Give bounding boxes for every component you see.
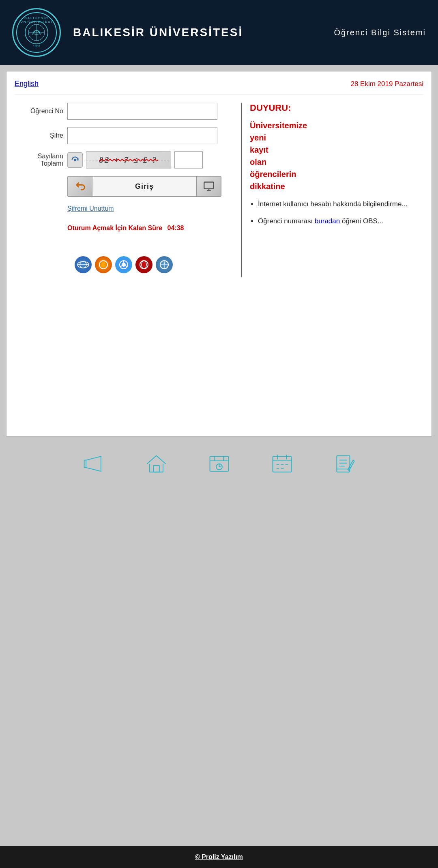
announcement-item-2: Öğrenci numarası buradan öğreni OBS... (258, 216, 423, 227)
captcha-label: Sayıların Toplamı (15, 153, 63, 167)
svg-point-5 (74, 159, 76, 161)
password-label: Şifre (15, 132, 63, 139)
header: BALIKESİR ÜNİVERSİTESİ 1992 BALIKESİR ÜN… (0, 0, 438, 65)
session-timer: Oturum Açmak İçin Kalan Süre 04:38 (67, 225, 233, 232)
university-logo: BALIKESİR ÜNİVERSİTESİ 1992 (12, 8, 61, 57)
logo-year: 1992 (33, 44, 40, 48)
ie-browser-icon (75, 256, 92, 273)
announcement-section: DUYURU: Üniversitemizeyenikayıtolanöğren… (242, 103, 423, 277)
svg-point-19 (142, 261, 146, 269)
svg-rect-28 (153, 466, 159, 472)
announcement-list: İnternet kullanıcı hesabı hakkında bilgi… (250, 199, 423, 227)
english-language-link[interactable]: English (15, 80, 39, 88)
footer-link[interactable]: © Proliz Yazılım (195, 853, 243, 860)
safari-browser-icon (156, 256, 173, 273)
captcha-image: 82 + 7 ≤ £ ? (86, 151, 171, 168)
announcement-link[interactable]: buradan (315, 217, 340, 225)
university-name: BALIKESİR ÜNİVERSİTESİ (73, 26, 243, 39)
login-section: Öğrenci No Şifre Sayıların Toplamı (15, 103, 242, 277)
svg-point-14 (122, 263, 126, 267)
svg-rect-36 (273, 456, 291, 472)
captcha-row: Sayıların Toplamı 82 + 7 ≤ £ ? (15, 151, 233, 168)
date-display: 28 Ekim 2019 Pazartesi (350, 80, 423, 88)
login-monitor-icon[interactable] (196, 177, 221, 196)
captcha-refresh-button[interactable] (67, 152, 83, 168)
svg-rect-6 (204, 182, 213, 189)
system-title: Öğrenci Bilgi Sistemi (334, 28, 426, 37)
nav-services-icon[interactable] (208, 453, 230, 475)
forgot-password-link[interactable]: Şifremi Unuttum (67, 205, 114, 212)
firefox-browser-icon (95, 256, 112, 273)
captcha-controls: 82 + 7 ≤ £ ? (67, 151, 203, 168)
announcement-item-1: İnternet kullanıcı hesabı hakkında bilgi… (258, 199, 423, 209)
logo-emblem (24, 20, 49, 45)
session-countdown: 04:38 (167, 225, 184, 231)
main-card: English 28 Ekim 2019 Pazartesi Öğrenci N… (6, 71, 432, 436)
header-left: BALIKESİR ÜNİVERSİTESİ 1992 BALIKESİR ÜN… (12, 8, 243, 57)
announcement-title: DUYURU: (250, 103, 423, 113)
footer: © Proliz Yazılım (0, 846, 438, 868)
student-no-input[interactable] (67, 103, 217, 120)
nav-calendar-icon[interactable] (271, 453, 293, 475)
captcha-answer-input[interactable] (174, 151, 203, 168)
opera-browser-icon (135, 256, 152, 273)
announcement-subtitle: Üniversitemizeyenikayıtolanöğrencilerind… (250, 119, 423, 192)
chrome-browser-icon (115, 256, 132, 273)
logo-text-top: BALIKESİR ÜNİVERSİTESİ (17, 16, 56, 24)
nav-home-icon[interactable] (145, 453, 167, 475)
student-no-label: Öğrenci No (15, 108, 63, 115)
main-wrapper: English 28 Ekim 2019 Pazartesi Öğrenci N… (0, 65, 438, 846)
login-button[interactable]: Giriş (92, 177, 196, 196)
svg-point-18 (140, 261, 148, 269)
login-button-container: Giriş (67, 176, 221, 197)
session-label: Oturum Açmak İçin Kalan Süre (67, 225, 162, 231)
login-back-icon[interactable] (68, 177, 92, 196)
refresh-icon (71, 155, 79, 164)
svg-line-16 (125, 266, 127, 267)
content-area: Öğrenci No Şifre Sayıların Toplamı (15, 103, 423, 277)
password-input[interactable] (67, 127, 217, 144)
bottom-nav (6, 436, 432, 483)
nav-edit-icon[interactable] (334, 453, 356, 475)
top-bar: English 28 Ekim 2019 Pazartesi (15, 80, 423, 95)
svg-marker-24 (86, 456, 101, 471)
password-row: Şifre (15, 127, 233, 144)
svg-line-17 (120, 266, 122, 267)
nav-announcement-icon[interactable] (82, 453, 105, 475)
browser-icons (15, 256, 233, 277)
student-no-row: Öğrenci No (15, 103, 233, 120)
login-button-row: Giriş (67, 176, 233, 197)
header-right: Öğrenci Bilgi Sistemi (334, 28, 426, 37)
forgot-password-row: Şifremi Unuttum (67, 205, 233, 212)
